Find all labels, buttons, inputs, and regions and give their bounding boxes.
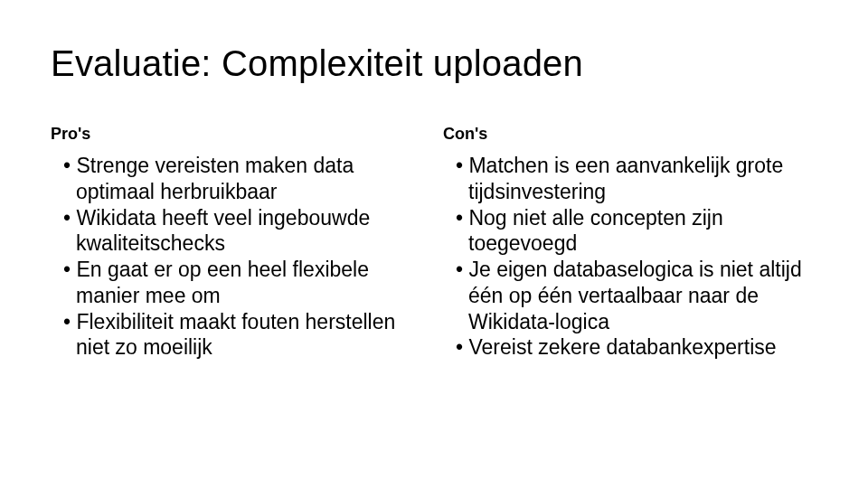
pros-heading: Pro's <box>51 125 425 144</box>
cons-heading: Con's <box>443 125 817 144</box>
cons-list: Matchen is een aanvankelijk grote tijdsi… <box>443 153 817 361</box>
list-item: En gaat er op een heel flexibele manier … <box>51 257 425 309</box>
list-item: Vereist zekere databankexpertise <box>443 334 817 361</box>
list-item: Matchen is een aanvankelijk grote tijdsi… <box>443 153 817 205</box>
list-item: Nog niet alle concepten zijn toegevoegd <box>443 205 817 258</box>
cons-column: Con's Matchen is een aanvankelijk grote … <box>443 125 817 361</box>
list-item: Je eigen databaselogica is niet altijd é… <box>443 257 817 334</box>
list-item: Flexibiliteit maakt fouten herstellen ni… <box>51 309 425 361</box>
slide-title: Evaluatie: Complexiteit uploaden <box>51 43 817 83</box>
list-item: Wikidata heeft veel ingebouwde kwaliteit… <box>51 205 425 258</box>
pros-column: Pro's Strenge vereisten maken data optim… <box>51 125 425 361</box>
columns: Pro's Strenge vereisten maken data optim… <box>51 125 817 361</box>
list-item: Strenge vereisten maken data optimaal he… <box>51 153 425 205</box>
slide: Evaluatie: Complexiteit uploaden Pro's S… <box>0 0 868 488</box>
pros-list: Strenge vereisten maken data optimaal he… <box>51 153 425 361</box>
